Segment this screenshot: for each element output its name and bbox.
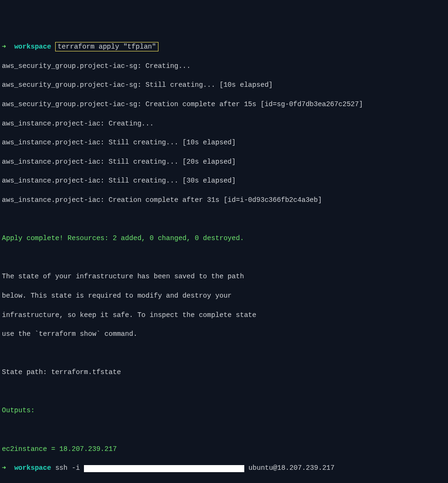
terraform-log: aws_security_group.project-iac-sg: Still…	[2, 80, 446, 90]
blank-line	[2, 387, 446, 396]
ec2instance-output: ec2instance = 18.207.239.217	[2, 444, 446, 454]
blank-line	[2, 215, 446, 224]
cwd-label: workspace	[14, 464, 51, 472]
outputs-header: Outputs:	[2, 406, 446, 415]
ssh-command-post: ubuntu@18.207.239.217	[244, 464, 334, 472]
state-msg: infrastructure, so keep it safe. To insp…	[2, 310, 446, 320]
terraform-log: aws_instance.project-iac: Still creating…	[2, 138, 446, 147]
redacted-keyfile	[84, 465, 244, 472]
terraform-log: aws_security_group.project-iac-sg: Creat…	[2, 100, 446, 109]
terraform-log: aws_instance.project-iac: Still creating…	[2, 157, 446, 167]
prompt-arrow-icon: ➜	[2, 464, 6, 472]
terraform-log: aws_instance.project-iac: Creating...	[2, 119, 446, 128]
terraform-log: aws_instance.project-iac: Still creating…	[2, 176, 446, 185]
state-msg: The state of your infrastructure has bee…	[2, 272, 446, 281]
state-msg: below. This state is required to modify …	[2, 291, 446, 300]
prompt-line[interactable]: ➜ workspace terraform apply "tfplan"	[2, 42, 446, 51]
apply-complete-msg: Apply complete! Resources: 2 added, 0 ch…	[2, 233, 446, 243]
terraform-log: aws_security_group.project-iac-sg: Creat…	[2, 61, 446, 71]
state-path: State path: terraform.tfstate	[2, 367, 446, 377]
prompt-line[interactable]: ➜ workspace ssh -i ubuntu@18.207.239.217	[2, 463, 446, 473]
blank-line	[2, 253, 446, 262]
cwd-label: workspace	[14, 43, 51, 50]
ssh-command-pre: ssh -i	[55, 464, 84, 472]
prompt-arrow-icon: ➜	[2, 43, 6, 50]
blank-line	[2, 349, 446, 358]
command-highlight-box: terraform apply "tfplan"	[55, 42, 158, 51]
state-msg: use the `terraform show` command.	[2, 329, 446, 339]
terraform-log: aws_instance.project-iac: Creation compl…	[2, 195, 446, 205]
blank-line	[2, 425, 446, 434]
